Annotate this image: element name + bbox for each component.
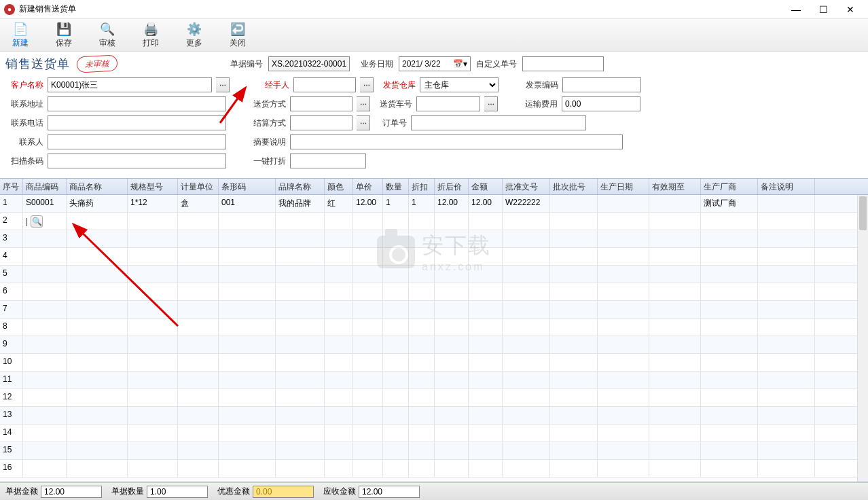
table-cell[interactable] [598,354,649,371]
product-lookup-icon[interactable]: 🔍 [31,215,43,228]
table-cell[interactable] [503,372,550,389]
close-doc-button[interactable]: ↩️关闭 [223,22,253,49]
table-cell[interactable] [219,319,276,336]
ship-method-lookup-button[interactable]: ⋯ [357,96,370,111]
table-cell[interactable] [353,266,383,283]
col-header[interactable]: 商品编码 [23,179,67,194]
table-cell[interactable] [598,407,649,424]
table-cell[interactable] [67,354,128,371]
table-cell[interactable] [383,301,409,318]
table-cell[interactable] [758,354,815,371]
col-header[interactable]: 有效期至 [649,179,701,194]
table-cell[interactable] [325,372,353,389]
table-cell[interactable]: 11 [0,372,23,389]
table-cell[interactable] [219,230,276,247]
table-cell[interactable] [469,460,503,477]
table-cell[interactable] [758,195,815,212]
table-cell[interactable] [701,301,758,318]
table-cell[interactable] [219,248,276,265]
table-cell[interactable] [276,266,325,283]
table-cell[interactable]: S00001 [23,195,67,212]
table-cell[interactable] [128,442,178,459]
vehicle-no-input[interactable] [416,96,480,111]
table-cell[interactable] [649,195,701,212]
table-cell[interactable] [598,442,649,459]
col-header[interactable]: 金额 [469,179,503,194]
table-cell[interactable] [435,372,469,389]
table-cell[interactable] [503,407,550,424]
table-cell[interactable] [503,389,550,406]
table-cell[interactable] [503,266,550,283]
table-cell[interactable] [469,301,503,318]
table-cell[interactable] [67,336,128,353]
maximize-button[interactable]: ☐ [810,1,837,18]
table-cell[interactable] [219,460,276,477]
print-button[interactable]: 🖨️打印 [136,22,166,49]
table-cell[interactable] [649,354,701,371]
doc-no-input[interactable] [268,56,350,71]
table-cell[interactable] [128,354,178,371]
table-cell[interactable]: 8 [0,319,23,336]
table-cell[interactable] [219,301,276,318]
col-header[interactable]: 商品名称 [67,179,128,194]
table-cell[interactable] [67,372,128,389]
address-input[interactable] [48,96,226,111]
custom-no-input[interactable] [522,56,604,71]
table-cell[interactable] [435,301,469,318]
table-cell[interactable] [276,389,325,406]
table-cell[interactable]: 12 [0,389,23,406]
table-cell[interactable] [409,319,435,336]
table-cell[interactable] [758,407,815,424]
discount-input[interactable] [290,154,366,168]
table-cell[interactable] [758,283,815,300]
table-cell[interactable] [67,230,128,247]
table-cell[interactable] [23,283,67,300]
table-cell[interactable] [550,372,598,389]
table-cell[interactable] [758,425,815,442]
table-cell[interactable] [435,213,469,230]
more-button[interactable]: ⚙️更多 [179,22,209,49]
phone-input[interactable] [48,115,226,130]
table-cell[interactable] [550,213,598,230]
table-cell[interactable] [649,319,701,336]
discount-amt-value[interactable] [253,486,314,498]
table-cell[interactable] [598,301,649,318]
table-cell[interactable] [409,248,435,265]
table-cell[interactable] [128,389,178,406]
table-cell[interactable] [23,425,67,442]
table-cell[interactable] [353,389,383,406]
table-cell[interactable] [435,389,469,406]
table-cell[interactable] [598,389,649,406]
table-cell[interactable] [67,213,128,230]
table-cell[interactable] [276,460,325,477]
table-row[interactable]: 3 [0,230,868,248]
table-cell[interactable] [409,389,435,406]
table-cell[interactable] [276,336,325,353]
table-cell[interactable]: 9 [0,336,23,353]
table-cell[interactable] [178,336,219,353]
table-cell[interactable] [383,425,409,442]
table-cell[interactable] [67,319,128,336]
table-cell[interactable] [701,425,758,442]
table-cell[interactable] [409,407,435,424]
table-cell[interactable] [23,389,67,406]
qty-value[interactable] [147,486,208,498]
barcode-input[interactable] [48,154,226,168]
scrollbar-thumb[interactable] [859,196,867,230]
table-cell[interactable] [325,442,353,459]
table-cell[interactable] [325,283,353,300]
table-cell[interactable] [325,407,353,424]
ship-method-input[interactable] [290,96,352,111]
table-cell[interactable] [469,425,503,442]
table-cell[interactable] [353,336,383,353]
table-cell[interactable] [128,266,178,283]
table-cell[interactable] [469,354,503,371]
table-cell[interactable] [649,336,701,353]
table-cell[interactable] [435,442,469,459]
table-cell[interactable] [598,266,649,283]
col-header[interactable]: 生产日期 [598,179,649,194]
table-cell[interactable] [758,248,815,265]
table-cell[interactable] [383,266,409,283]
table-row[interactable]: 2|🔍 [0,213,868,230]
table-cell[interactable] [128,460,178,477]
